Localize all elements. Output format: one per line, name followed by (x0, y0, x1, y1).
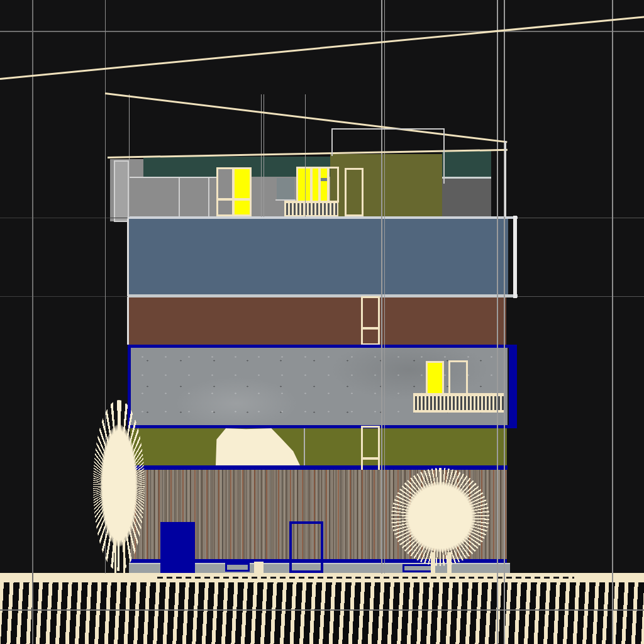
window-frame-concrete (448, 360, 468, 395)
roof-door-frame (345, 168, 364, 216)
tree-left (93, 400, 145, 571)
wireframe-vline (331, 128, 333, 156)
window-mullion (363, 327, 378, 330)
roof-window-mid (296, 167, 339, 203)
railing-bottom-rail (413, 410, 505, 413)
grid-hline-mid1 (0, 218, 128, 218)
window-mullion (327, 169, 330, 201)
window-pane-lit (235, 169, 250, 214)
projection-vline (304, 428, 305, 465)
window-pane-gray (218, 169, 232, 214)
ground-hatch (0, 582, 644, 644)
glass-panel (277, 178, 294, 200)
projection-vline (504, 0, 505, 644)
window-pane-lit (298, 169, 310, 201)
stair-window-brown (361, 296, 380, 345)
window-mullion (218, 198, 250, 201)
window-mullion (363, 457, 378, 460)
railing-balusters (413, 396, 505, 410)
projection-vline (381, 0, 382, 574)
roof-window-left (216, 167, 252, 216)
window-pane-lit (313, 169, 318, 201)
grid-hline-mid1 (518, 218, 644, 218)
roof-diagonal-line-2 (105, 92, 508, 143)
tree-left-trunk (114, 540, 116, 575)
balcony-railing-concrete (413, 393, 505, 413)
grid-hline-mid2 (518, 296, 644, 297)
facade-mullion (179, 178, 180, 217)
grid-hline-mid2 (0, 296, 128, 297)
second-floor-band (129, 297, 506, 345)
roof-darkgray-wall (442, 179, 491, 217)
curb-box-outline (225, 563, 250, 572)
stair-window-olive (361, 426, 380, 474)
curb-box-outline (402, 564, 434, 572)
roof-diagonal-line (0, 16, 644, 80)
building-corner-edge (504, 141, 506, 217)
curb-post (254, 562, 264, 574)
wireframe-top-edge (331, 128, 445, 130)
grid-vline (32, 0, 33, 644)
grid-hline-bottom (0, 609, 644, 611)
projection-vline (497, 0, 498, 644)
wireframe-vline (443, 128, 445, 184)
spandrel-bar (321, 178, 327, 181)
window-outline-wood (289, 521, 323, 573)
tree-right (391, 468, 489, 566)
window-pane-lit (428, 363, 442, 393)
balcony-railing-roof (284, 201, 338, 217)
band-right-edge (513, 216, 517, 298)
viewport-canvas[interactable] (0, 0, 644, 644)
tree-right-trunk (447, 552, 452, 576)
lit-window-concrete (426, 361, 444, 395)
facade-mullion (208, 178, 209, 217)
stair-core-column (114, 160, 129, 222)
mezzanine-band (130, 428, 507, 465)
grid-hline-top (0, 31, 644, 32)
ground-dashed-line (157, 577, 574, 579)
tree-left-trunk (123, 540, 125, 575)
third-floor-band (129, 219, 508, 294)
entry-door (160, 522, 195, 573)
grid-vline (612, 0, 613, 644)
roof-teal-wall-right (442, 150, 491, 177)
projection-vline (384, 0, 385, 574)
railing-balusters (284, 203, 338, 215)
window-pane-lit (321, 169, 327, 201)
tree-right-trunk (431, 552, 435, 576)
projection-vline (305, 94, 306, 217)
navy-inner-strip (509, 348, 515, 425)
